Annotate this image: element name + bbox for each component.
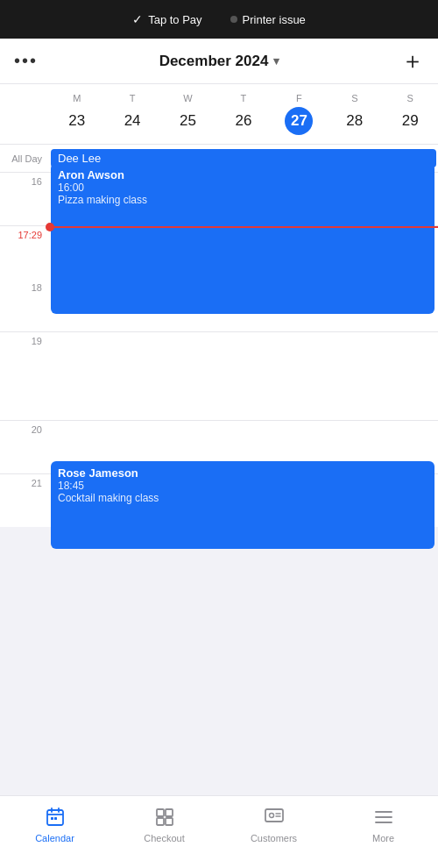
- event-aron-time: 16:00: [58, 181, 427, 194]
- time-content-19: [49, 332, 438, 420]
- header-title-text: December 2024: [159, 53, 269, 70]
- svg-rect-7: [166, 809, 173, 816]
- now-line-indicator: [49, 226, 438, 228]
- svg-rect-8: [157, 818, 164, 825]
- nav-calendar-label: Calendar: [35, 833, 74, 843]
- more-options-button[interactable]: •••: [14, 51, 38, 71]
- more-icon: [371, 805, 396, 829]
- week-day-sun[interactable]: S 29: [383, 89, 438, 139]
- day-name-tue: T: [130, 93, 136, 103]
- nav-more[interactable]: More: [328, 805, 438, 843]
- nav-customers-label: Customers: [251, 833, 297, 843]
- status-bar: ✓ Tap to Pay Printer issue: [0, 0, 438, 39]
- tap-to-pay-status: ✓ Tap to Pay: [132, 12, 201, 26]
- day-num-thu: 26: [230, 107, 258, 135]
- week-day-tue[interactable]: T 24: [104, 89, 159, 139]
- time-label-16: 16: [0, 173, 49, 225]
- nav-more-label: More: [372, 833, 394, 843]
- time-label-19: 19: [0, 332, 49, 420]
- chevron-down-icon: ▾: [273, 54, 279, 68]
- day-num-tue: 24: [118, 107, 146, 135]
- week-day-wed[interactable]: W 25: [160, 89, 215, 139]
- svg-rect-6: [157, 809, 164, 816]
- now-dot-indicator: [46, 223, 54, 231]
- time-row-19: 19: [0, 332, 438, 421]
- nav-checkout[interactable]: Checkout: [110, 805, 219, 843]
- nav-checkout-label: Checkout: [144, 833, 184, 843]
- day-name-fri: F: [296, 93, 302, 103]
- week-day-fri[interactable]: F 27: [272, 89, 327, 139]
- event-aron-desc: Pizza making class: [58, 194, 427, 206]
- month-picker-button[interactable]: December 2024 ▾: [159, 53, 280, 70]
- event-rose-desc: Cocktail making class: [58, 492, 427, 504]
- event-rose-time: 18:45: [58, 480, 427, 492]
- header: ••• December 2024 ▾ ＋: [0, 39, 438, 84]
- event-rose-jameson[interactable]: Rose Jameson 18:45 Cocktail making class: [51, 461, 434, 549]
- day-name-thu: T: [241, 93, 247, 103]
- calendar-icon: [43, 805, 67, 829]
- svg-rect-4: [51, 817, 53, 820]
- nav-customers[interactable]: Customers: [219, 805, 328, 843]
- bottom-nav: Calendar Checkout Customers: [0, 795, 438, 868]
- day-num-wed: 25: [174, 107, 202, 135]
- time-label-21: 21: [0, 474, 49, 527]
- svg-rect-5: [54, 817, 57, 820]
- event-aron-awson[interactable]: Aron Awson 16:00 Pizza making class: [51, 163, 434, 314]
- time-label-17: 17:29: [0, 226, 49, 279]
- week-day-mon[interactable]: M 23: [49, 89, 104, 139]
- day-num-fri: 27: [285, 107, 313, 135]
- day-num-sat: 28: [341, 107, 369, 135]
- tap-to-pay-label: Tap to Pay: [148, 13, 201, 26]
- week-day-sat[interactable]: S 28: [327, 89, 382, 139]
- nav-calendar[interactable]: Calendar: [0, 805, 110, 843]
- event-rose-title: Rose Jameson: [58, 466, 427, 480]
- dot-icon: [230, 16, 237, 23]
- day-name-sat: S: [351, 93, 357, 103]
- customers-icon: [262, 805, 286, 829]
- all-day-label: All Day: [0, 153, 49, 164]
- event-aron-title: Aron Awson: [58, 168, 427, 181]
- day-num-sun: 29: [396, 107, 424, 135]
- week-header: M 23 T 24 W 25 T 26 F 27 S 28 S 29: [0, 84, 438, 145]
- checkout-icon: [152, 805, 177, 829]
- day-name-sun: S: [407, 93, 413, 103]
- day-num-mon: 23: [63, 107, 91, 135]
- svg-point-11: [269, 814, 273, 818]
- week-day-thu[interactable]: T 26: [215, 89, 271, 139]
- add-event-button[interactable]: ＋: [401, 46, 424, 76]
- time-label-20: 20: [0, 421, 49, 473]
- day-name-mon: M: [73, 93, 81, 103]
- check-icon: ✓: [132, 12, 143, 26]
- svg-rect-9: [166, 818, 173, 825]
- printer-issue-status: Printer issue: [230, 13, 306, 26]
- printer-issue-label: Printer issue: [243, 13, 306, 26]
- day-name-wed: W: [183, 93, 192, 103]
- time-label-18: 18: [0, 279, 49, 331]
